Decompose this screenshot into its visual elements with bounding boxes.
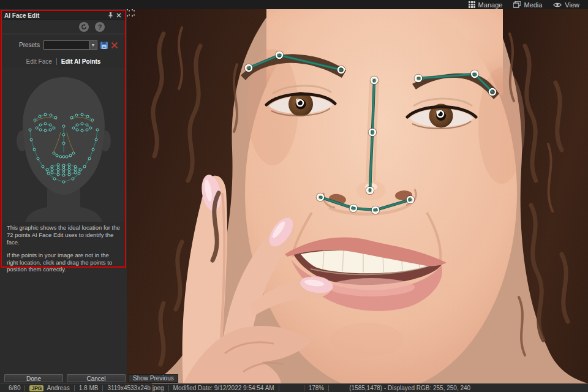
pin-icon[interactable] xyxy=(107,12,115,20)
help-icon[interactable]: ? xyxy=(95,22,105,32)
menu-manage-label: Manage xyxy=(478,1,503,9)
reset-refresh-icon[interactable] xyxy=(79,22,89,32)
status-zoom-level: 178% xyxy=(309,385,325,391)
presets-label: Presets xyxy=(19,42,40,48)
cancel-button[interactable]: Cancel xyxy=(67,374,126,382)
face-points-diagram xyxy=(2,69,125,224)
instruction-line-2: If the points in your image are not in t… xyxy=(7,252,120,274)
status-divider xyxy=(74,385,75,391)
top-menu-bar: Manage Media View xyxy=(0,0,588,9)
presets-row: Presets ▼ xyxy=(19,40,125,50)
close-icon[interactable] xyxy=(115,12,123,20)
presets-dropdown-arrow[interactable]: ▼ xyxy=(89,40,97,50)
instruction-line-1: This graphic shows the ideal location fo… xyxy=(7,224,120,246)
delete-preset-icon[interactable] xyxy=(111,42,118,49)
status-file-size: 1.8 MB xyxy=(79,385,99,391)
media-photos-icon xyxy=(513,1,521,8)
tab-divider xyxy=(56,58,57,65)
ai-face-edit-highlight-region: AI Face Edit ? Presets xyxy=(1,10,126,268)
panel-titlebar: AI Face Edit xyxy=(2,11,125,20)
status-divider xyxy=(24,385,25,391)
save-preset-icon[interactable] xyxy=(100,41,108,50)
status-bar: 6/80 JPG Andreas 1.8 MB 3119x4533x24b jp… xyxy=(0,383,588,392)
show-previous-button[interactable]: Show Previous xyxy=(129,374,178,383)
manage-grid-icon xyxy=(469,1,475,8)
application-window: Manage Media View AI Face Edit xyxy=(0,0,588,392)
menu-view-label: View xyxy=(565,1,579,9)
status-divider xyxy=(102,385,103,391)
view-eye-icon xyxy=(553,2,562,8)
tab-edit-ai-points[interactable]: Edit AI Points xyxy=(61,58,101,65)
status-divider xyxy=(304,385,304,391)
panel-title: AI Face Edit xyxy=(4,12,107,19)
panel-tabs: Edit Face Edit AI Points xyxy=(2,58,125,65)
status-dimensions: 3119x4533x24b jpeg xyxy=(107,385,164,391)
ai-face-edit-panel: AI Face Edit ? Presets xyxy=(0,9,127,383)
status-modified-date: Modified Date: 9/12/2022 9:54:54 AM xyxy=(173,385,274,391)
status-pixel-info: (1585,1478) - Displayed RGB: 255, 250, 2… xyxy=(349,385,470,391)
done-button[interactable]: Done xyxy=(4,374,63,382)
image-viewer: Show Previous xyxy=(127,9,588,383)
status-divider xyxy=(328,385,329,391)
menu-media-label: Media xyxy=(524,1,542,9)
fullscreen-corners-icon[interactable] xyxy=(127,9,135,17)
menu-view[interactable]: View xyxy=(553,1,579,9)
presets-input[interactable] xyxy=(43,40,89,50)
tab-edit-face[interactable]: Edit Face xyxy=(26,58,52,65)
status-divider xyxy=(279,385,279,391)
status-file-name: Andreas xyxy=(47,385,69,391)
menu-manage[interactable]: Manage xyxy=(469,1,503,9)
format-badge: JPG xyxy=(29,385,43,391)
menu-media[interactable]: Media xyxy=(513,1,542,9)
panel-buttons: Done Cancel xyxy=(0,374,127,382)
status-position: 6/80 xyxy=(9,385,20,391)
instruction-text: This graphic shows the ideal location fo… xyxy=(2,224,125,273)
panel-toolbar: ? xyxy=(2,20,125,34)
status-divider xyxy=(168,385,169,391)
portrait-photo xyxy=(127,9,588,383)
